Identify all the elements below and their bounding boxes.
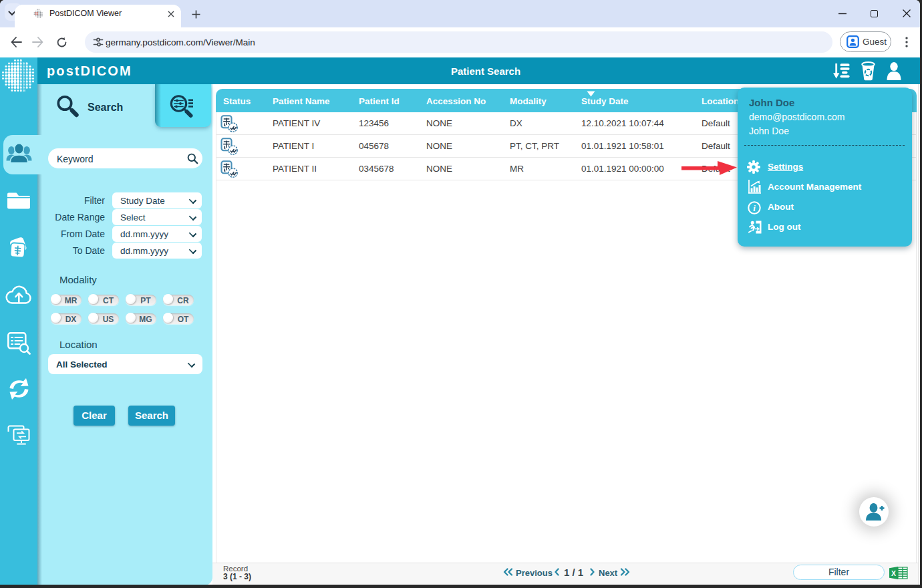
svg-text:i: i <box>753 203 756 213</box>
svg-text:X: X <box>891 569 896 577</box>
